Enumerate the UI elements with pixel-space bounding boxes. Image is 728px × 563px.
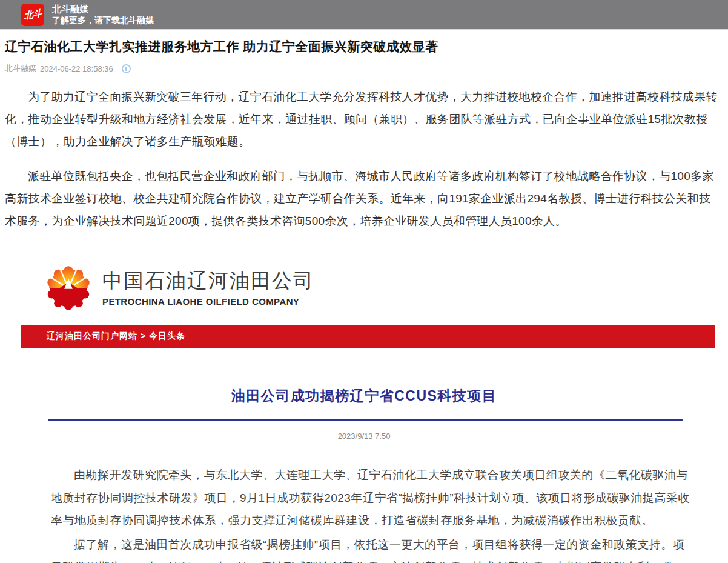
petrochina-logo-row: 中国石油辽河油田公司 PETROCHINA LIAOHE OILFIELD CO… bbox=[45, 262, 728, 311]
breadcrumb-bar: 辽河油田公司门户网站 > 今日头条 bbox=[21, 325, 715, 348]
app-download-banner[interactable]: 北斗 北斗融媒 了解更多，请下载北斗融媒 bbox=[0, 0, 728, 30]
news-paragraph: 由勘探开发研究院牵头，与东北大学、大连理工大学、辽宁石油化工大学成立联合攻关项目… bbox=[51, 464, 693, 532]
company-name-english: PETROCHINA LIAOHE OILFIELD COMPANY bbox=[102, 296, 314, 307]
company-name-chinese: 中国石油辽河油田公司 bbox=[102, 267, 314, 295]
article-title: 辽宁石油化工大学扎实推进服务地方工作 助力辽宁全面振兴新突破成效显著 bbox=[5, 38, 722, 55]
banner-text-group: 北斗融媒 了解更多，请下载北斗融媒 bbox=[52, 3, 154, 26]
company-name-block: 中国石油辽河油田公司 PETROCHINA LIAOHE OILFIELD CO… bbox=[102, 267, 314, 307]
news-date: 2023/9/13 7:50 bbox=[0, 431, 728, 441]
news-headline: 油田公司成功揭榜辽宁省CCUS科技项目 bbox=[0, 387, 728, 405]
breadcrumb: 辽河油田公司门户网站 > 今日头条 bbox=[47, 331, 185, 342]
article-paragraph: 为了助力辽宁全面振兴新突破三年行动，辽宁石油化工大学充分发挥科技人才优势，大力推… bbox=[5, 85, 722, 153]
article-paragraph: 派驻单位既包括央企，也包括民营企业和政府部门，与抚顺市、海城市人民政府等诸多政府… bbox=[5, 165, 722, 232]
app-download-tagline: 了解更多，请下载北斗融媒 bbox=[52, 15, 154, 26]
app-logo-text: 北斗 bbox=[24, 8, 41, 22]
embedded-oilfield-notice: 中国石油辽河油田公司 PETROCHINA LIAOHE OILFIELD CO… bbox=[0, 262, 728, 563]
news-paragraph: 据了解，这是油田首次成功申报省级“揭榜挂帅”项目，依托这一更大的平台，项目组将获… bbox=[51, 533, 693, 563]
article-byline: 北斗融媒 2024-06-22 18:58:36 bbox=[5, 63, 723, 74]
app-name: 北斗融媒 bbox=[52, 3, 154, 15]
headline-divider bbox=[48, 419, 683, 421]
article-published-datetime: 2024-06-22 18:58:36 bbox=[40, 64, 113, 73]
beidou-app-logo-icon[interactable]: 北斗 bbox=[21, 4, 44, 26]
info-icon[interactable] bbox=[122, 64, 131, 73]
petrochina-logo-icon bbox=[45, 262, 91, 311]
article-source: 北斗融媒 bbox=[5, 63, 36, 74]
article-main: 辽宁石油化工大学扎实推进服务地方工作 助力辽宁全面振兴新突破成效显著 北斗融媒 … bbox=[0, 38, 728, 563]
